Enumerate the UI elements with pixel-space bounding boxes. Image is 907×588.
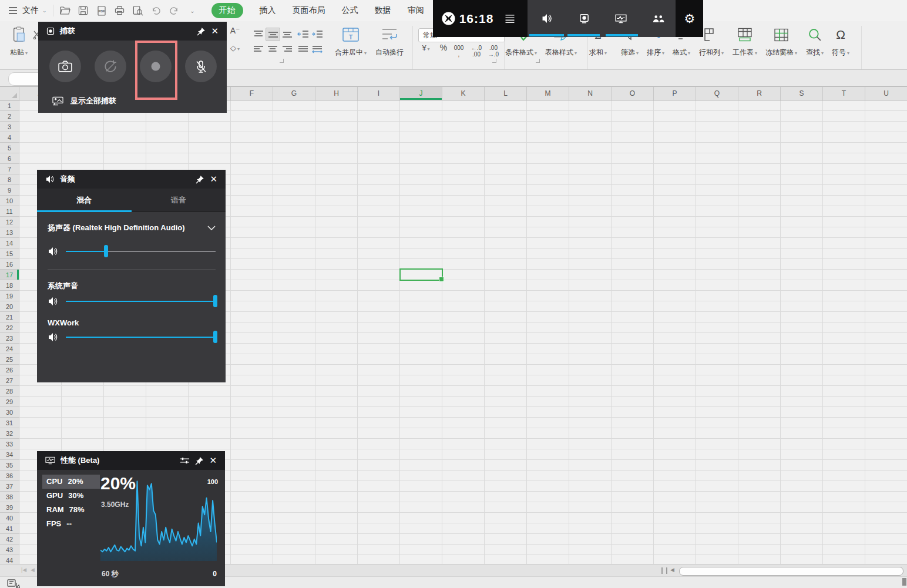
show-all-captures-button[interactable]: 显示全部捕获 — [52, 96, 116, 106]
row-header-31[interactable]: 31 — [0, 418, 19, 428]
pin-icon[interactable] — [196, 175, 204, 184]
horizontal-scrollbar-thumb[interactable] — [679, 567, 903, 576]
row-header-38[interactable]: 38 — [0, 492, 19, 502]
close-icon[interactable]: ✕ — [209, 455, 217, 466]
undo-icon[interactable] — [150, 5, 162, 16]
screenshot-button[interactable] — [49, 51, 81, 82]
file-menu[interactable]: 文件 — [22, 5, 39, 16]
row-header-19[interactable]: 19 — [0, 291, 19, 301]
row-header-12[interactable]: 12 — [0, 217, 19, 227]
column-header-S[interactable]: S — [781, 87, 823, 100]
column-header-P[interactable]: P — [654, 87, 696, 100]
row-header-40[interactable]: 40 — [0, 513, 19, 523]
align-top-button[interactable] — [251, 28, 265, 40]
redo-icon[interactable] — [169, 5, 180, 16]
audio-widget-icon[interactable] — [539, 0, 555, 37]
print-icon[interactable] — [114, 5, 126, 16]
row-header-26[interactable]: 26 — [0, 365, 19, 375]
distribute-button[interactable] — [310, 43, 324, 55]
paste-button[interactable]: 粘贴▾ — [6, 25, 32, 58]
column-header-G[interactable]: G — [273, 87, 315, 100]
freeze-panes-button[interactable]: 冻结窗格▾ — [760, 25, 802, 58]
slider-handle[interactable] — [104, 245, 108, 257]
row-header-22[interactable]: 22 — [0, 322, 19, 333]
shrink-font-button[interactable]: A⁻ — [229, 26, 241, 35]
row-header-23[interactable]: 23 — [0, 333, 19, 344]
perf-metric-ram[interactable]: RAM78% — [42, 503, 100, 517]
hamburger-menu-icon[interactable] — [7, 5, 19, 16]
save-icon[interactable] — [78, 5, 89, 16]
chevron-down-icon[interactable] — [207, 226, 216, 230]
perf-metric-cpu[interactable]: CPU20% — [42, 475, 100, 489]
tab-数据[interactable]: 数据 — [375, 5, 391, 16]
open-file-icon[interactable] — [59, 5, 71, 16]
merge-center-button[interactable]: T 合并居中▾ — [330, 25, 371, 58]
row-header-20[interactable]: 20 — [0, 301, 19, 312]
audio-device-row[interactable]: 扬声器 (Realtek High Definition Audio) — [48, 223, 216, 233]
row-header-30[interactable]: 30 — [0, 407, 19, 418]
mic-muted-button[interactable] — [185, 51, 217, 82]
file-menu-caret-icon[interactable]: ⌄ — [42, 8, 47, 14]
performance-widget-icon[interactable] — [613, 0, 629, 37]
slider-handle[interactable] — [213, 295, 217, 307]
wrap-text-button[interactable]: 自动换行 — [371, 25, 408, 58]
row-header-14[interactable]: 14 — [0, 238, 19, 248]
row-header-34[interactable]: 34 — [0, 449, 19, 460]
row-header-15[interactable]: 15 — [0, 248, 19, 259]
performance-options-icon[interactable] — [180, 456, 190, 465]
row-header-16[interactable]: 16 — [0, 259, 19, 270]
tab-插入[interactable]: 插入 — [260, 5, 276, 16]
decrease-indent-button[interactable] — [296, 28, 310, 40]
select-all-corner[interactable] — [0, 87, 19, 100]
column-header-J[interactable]: J — [400, 87, 442, 100]
tab-mix[interactable]: 混合 — [37, 189, 132, 211]
looking-for-group-icon[interactable] — [650, 0, 666, 37]
column-header-K[interactable]: K — [442, 87, 485, 100]
first-sheet-icon[interactable]: |◀ — [21, 567, 26, 573]
customize-toolbar-caret-icon[interactable]: ⌄ — [187, 5, 199, 16]
row-header-41[interactable]: 41 — [0, 523, 19, 534]
perf-metric-gpu[interactable]: GPU30% — [42, 489, 100, 503]
record-last-30s-button[interactable] — [95, 51, 126, 82]
row-header-28[interactable]: 28 — [0, 386, 19, 397]
column-header-F[interactable]: F — [231, 87, 273, 100]
fill-handle[interactable] — [439, 277, 444, 282]
selected-cell-J17[interactable] — [399, 268, 443, 281]
slider-handle[interactable] — [213, 331, 217, 343]
xbox-logo-icon[interactable] — [440, 0, 456, 37]
capture-widget-icon[interactable] — [576, 0, 592, 37]
row-header-33[interactable]: 33 — [0, 439, 19, 449]
percent-format-button[interactable]: % — [437, 45, 450, 51]
increase-indent-button[interactable] — [310, 28, 324, 40]
thousands-format-button[interactable]: 000 , — [451, 45, 466, 58]
column-header-M[interactable]: M — [527, 87, 569, 100]
align-left-button[interactable] — [251, 43, 265, 55]
row-header-8[interactable]: 8 — [0, 174, 19, 185]
row-header-32[interactable]: 32 — [0, 428, 19, 439]
row-header-37[interactable]: 37 — [0, 481, 19, 492]
currency-format-button[interactable]: ¥▾ — [417, 45, 435, 52]
symbol-button[interactable]: Ω 符号▾ — [824, 25, 858, 58]
print-preview-icon[interactable] — [132, 5, 144, 16]
audio-widget-titlebar[interactable]: 音频 ✕ — [37, 170, 226, 189]
align-center-button[interactable] — [266, 43, 279, 55]
row-header-35[interactable]: 35 — [0, 460, 19, 471]
capture-widget-titlebar[interactable]: 捕获 ✕ — [38, 22, 227, 41]
column-header-N[interactable]: N — [569, 87, 612, 100]
column-header-Q[interactable]: Q — [696, 87, 738, 100]
column-header-I[interactable]: I — [358, 87, 400, 100]
widget-menu-icon[interactable] — [502, 0, 518, 37]
clear-format-button[interactable]: ◇▾ — [229, 43, 241, 52]
sheet-switch-icon[interactable] — [7, 579, 20, 588]
pin-icon[interactable] — [195, 456, 204, 465]
align-right-button[interactable] — [280, 43, 294, 55]
justify-button[interactable] — [296, 43, 310, 55]
row-header-4[interactable]: 4 — [0, 132, 19, 143]
row-header-25[interactable]: 25 — [0, 354, 19, 365]
wxwork-slider[interactable] — [66, 331, 216, 344]
row-header-9[interactable]: 9 — [0, 185, 19, 196]
row-header-1[interactable]: 1 — [0, 100, 19, 111]
prev-sheet-icon[interactable]: ◀ — [31, 567, 35, 573]
worksheet-button[interactable]: 工作表▾ — [726, 25, 764, 58]
row-header-36[interactable]: 36 — [0, 471, 19, 481]
